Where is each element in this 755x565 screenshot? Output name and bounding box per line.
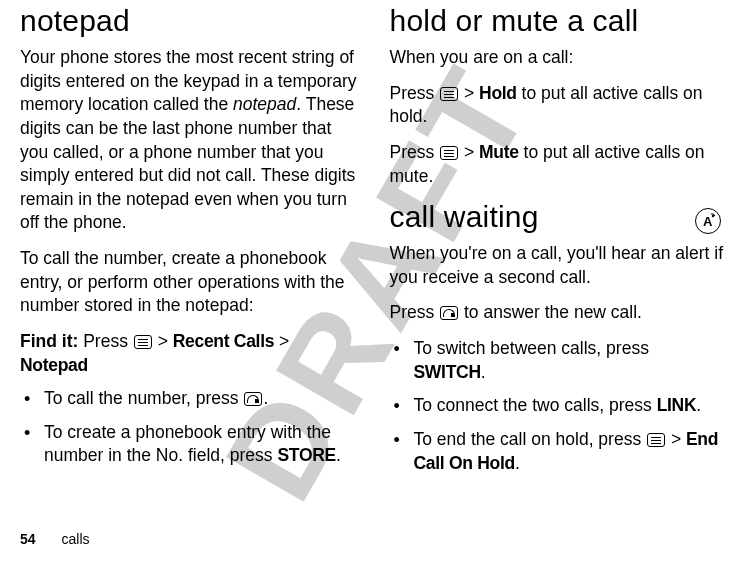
text: > xyxy=(274,331,289,351)
text: > xyxy=(153,331,173,351)
text: . xyxy=(696,395,701,415)
find-it-label: Find it: xyxy=(20,331,78,351)
text: . These digits can be the last phone num… xyxy=(20,94,355,232)
text: Press xyxy=(390,83,440,103)
svg-point-1 xyxy=(712,215,714,217)
text: To switch between calls, press xyxy=(414,338,649,358)
hold-instr: Press > Hold to put all active calls on … xyxy=(390,82,726,129)
page-number: 54 xyxy=(20,531,36,547)
notepad-desc: Your phone stores the most recent string… xyxy=(20,46,360,235)
text: > xyxy=(459,142,479,162)
send-key-icon xyxy=(244,392,262,406)
menu-hold: Hold xyxy=(479,83,517,103)
softkey-link: LINK xyxy=(657,395,697,415)
mute-instr: Press > Mute to put all active calls on … xyxy=(390,141,726,188)
notepad-term: notepad xyxy=(233,94,296,114)
feature-availability-icon: A xyxy=(695,208,721,234)
menu-key-icon xyxy=(647,433,665,447)
menu-notepad: Notepad xyxy=(20,355,88,375)
call-waiting-desc: When you're on a call, you'll hear an al… xyxy=(390,242,726,289)
list-item: To create a phonebook entry with the num… xyxy=(44,421,360,468)
menu-recent-calls: Recent Calls xyxy=(173,331,274,351)
list-item: To call the number, press . xyxy=(44,387,360,411)
list-item: To switch between calls, press SWITCH. xyxy=(414,337,726,384)
text: Press xyxy=(78,331,132,351)
menu-mute: Mute xyxy=(479,142,519,162)
svg-text:A: A xyxy=(703,214,713,229)
right-column: hold or mute a call When you are on a ca… xyxy=(378,0,736,565)
send-key-icon xyxy=(440,306,458,320)
text: . xyxy=(263,388,268,408)
answer-instr: Press to answer the new call. xyxy=(390,301,726,325)
text: To call the number, press xyxy=(44,388,243,408)
on-call-intro: When you are on a call: xyxy=(390,46,726,70)
text: to answer the new call. xyxy=(459,302,642,322)
list-item: To connect the two calls, press LINK. xyxy=(414,394,726,418)
page-footer: 54calls xyxy=(20,531,90,547)
text: To connect the two calls, press xyxy=(414,395,657,415)
notepad-bullets: To call the number, press . To create a … xyxy=(20,387,360,468)
heading-call-waiting: call waiting xyxy=(390,200,726,234)
heading-hold-mute: hold or mute a call xyxy=(390,4,726,38)
menu-key-icon xyxy=(440,146,458,160)
page-content: notepad Your phone stores the most recen… xyxy=(0,0,755,565)
find-it-line: Find it: Press > Recent Calls > Notepad xyxy=(20,330,360,377)
notepad-instr: To call the number, create a phonebook e… xyxy=(20,247,360,318)
text: Press xyxy=(390,142,440,162)
footer-section: calls xyxy=(62,531,90,547)
left-column: notepad Your phone stores the most recen… xyxy=(20,0,378,565)
list-item: To end the call on hold, press > End Cal… xyxy=(414,428,726,475)
text: . xyxy=(515,453,520,473)
heading-notepad: notepad xyxy=(20,4,360,38)
text: Press xyxy=(390,302,440,322)
text: To end the call on hold, press xyxy=(414,429,647,449)
text: > xyxy=(666,429,686,449)
text: . xyxy=(481,362,486,382)
softkey-store: STORE xyxy=(277,445,335,465)
softkey-switch: SWITCH xyxy=(414,362,481,382)
text: > xyxy=(459,83,479,103)
text: . xyxy=(336,445,341,465)
menu-key-icon xyxy=(134,335,152,349)
menu-key-icon xyxy=(440,87,458,101)
call-waiting-bullets: To switch between calls, press SWITCH. T… xyxy=(390,337,726,475)
